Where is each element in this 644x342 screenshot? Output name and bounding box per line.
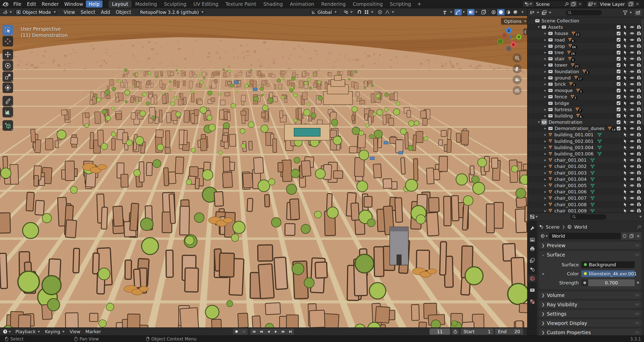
- hide-viewport-toggle[interactable]: [629, 107, 635, 112]
- viewport-canvas[interactable]: [0, 16, 527, 327]
- exclude-checkbox[interactable]: [615, 82, 622, 87]
- play-reverse-button[interactable]: [265, 329, 272, 335]
- selectable-toggle[interactable]: [622, 31, 629, 36]
- selectable-toggle[interactable]: [622, 202, 629, 207]
- drag-handle-icon[interactable]: [635, 303, 639, 306]
- outliner-row-chair-001-008[interactable]: ▶chair_001.008: [527, 201, 644, 207]
- properties-tab-texture[interactable]: [528, 297, 536, 306]
- color-input[interactable]: lilienstein_4k.exr.001: [581, 270, 635, 277]
- end-frame-field[interactable]: End 20: [495, 328, 523, 335]
- panel-header-preview[interactable]: ❯Preview: [539, 242, 641, 249]
- tab-uv-editing[interactable]: UV Editing: [190, 1, 222, 8]
- outliner-row-chair-001-002[interactable]: ▶chair_001.002: [527, 163, 644, 169]
- outliner-row-tree[interactable]: ▶tree26: [527, 49, 644, 56]
- viewport-3d[interactable]: ▼ Object Mode ▼ ViewSelectAddObject Reto…: [0, 8, 527, 327]
- record-button[interactable]: [233, 329, 240, 335]
- selectable-toggle[interactable]: [622, 158, 629, 162]
- menu-edit[interactable]: Edit: [24, 1, 39, 8]
- disclosure-right-icon[interactable]: ▶: [543, 197, 548, 199]
- outliner-row-chair-001-009[interactable]: ▶chair_001.009: [527, 208, 644, 212]
- scene-browse-button[interactable]: ▼: [523, 1, 533, 7]
- disclosure-right-icon[interactable]: ▶: [543, 32, 548, 35]
- world-name-field[interactable]: ▼ World: [539, 232, 621, 240]
- selectable-toggle[interactable]: [622, 69, 629, 74]
- selectable-toggle[interactable]: [622, 56, 629, 61]
- panel-header-custom-properties[interactable]: ❯Custom Properties: [539, 329, 641, 335]
- options-button[interactable]: Options ▼: [501, 18, 527, 25]
- hide-render-toggle[interactable]: [635, 170, 642, 175]
- exclude-checkbox[interactable]: [615, 63, 622, 67]
- hide-viewport-toggle[interactable]: [629, 183, 635, 188]
- disclosure-right-icon[interactable]: ▶: [543, 57, 548, 60]
- hide-viewport-toggle[interactable]: [629, 120, 635, 124]
- disclosure-right-icon[interactable]: ▶: [543, 146, 548, 149]
- selectable-toggle[interactable]: [622, 88, 629, 93]
- animate-decorator[interactable]: [637, 282, 639, 284]
- shading-wireframe-button[interactable]: [490, 9, 497, 15]
- editor-type-button[interactable]: [530, 10, 535, 15]
- disclosure-right-icon[interactable]: ▶: [543, 76, 548, 79]
- exclude-checkbox[interactable]: [615, 44, 622, 49]
- menu-window[interactable]: Window: [61, 1, 86, 8]
- hide-render-toggle[interactable]: [635, 145, 642, 150]
- fake-user-button[interactable]: [621, 232, 628, 240]
- exclude-checkbox[interactable]: [615, 37, 622, 42]
- hide-render-toggle[interactable]: [635, 101, 642, 106]
- hide-viewport-toggle[interactable]: [629, 88, 635, 93]
- xray-toggle[interactable]: [480, 9, 487, 15]
- hide-render-toggle[interactable]: [635, 31, 642, 36]
- disclosure-right-icon[interactable]: ▶: [543, 133, 548, 136]
- record-options-button[interactable]: [240, 329, 247, 335]
- hide-render-toggle[interactable]: [635, 132, 642, 137]
- outliner-row-demonstration-dunes[interactable]: ▶Demonstration_dunes14: [527, 125, 644, 132]
- editor-type-button[interactable]: [2, 9, 9, 15]
- pan-button[interactable]: [513, 64, 522, 73]
- tool-transform[interactable]: [3, 82, 13, 93]
- selectable-toggle[interactable]: [622, 132, 629, 137]
- proportional-falloff-button[interactable]: [384, 9, 391, 15]
- new-view-layer-button[interactable]: [628, 1, 634, 7]
- hide-render-toggle[interactable]: [635, 113, 642, 118]
- copy-datablock-button[interactable]: [628, 232, 635, 240]
- hide-render-toggle[interactable]: [635, 202, 642, 207]
- panel-viewport-display[interactable]: ❯Viewport Display: [539, 319, 641, 327]
- selectable-toggle[interactable]: [622, 164, 629, 169]
- drag-handle-icon[interactable]: [635, 331, 639, 334]
- hide-viewport-toggle[interactable]: [629, 164, 635, 169]
- display-mode-button[interactable]: [542, 10, 547, 15]
- panel-volume[interactable]: ❯Volume: [539, 291, 641, 299]
- panel-header-settings[interactable]: ❯Settings: [539, 310, 641, 317]
- hide-render-toggle[interactable]: [635, 88, 642, 93]
- breadcrumb-world[interactable]: World: [574, 224, 587, 230]
- outliner-row-chair-001-006[interactable]: ▶chair_001.006: [527, 189, 644, 195]
- hide-render-toggle[interactable]: [635, 107, 642, 112]
- properties-tab-view-layer[interactable]: [528, 256, 536, 264]
- outliner-row-building-002-001[interactable]: ▶building_002.001: [527, 138, 644, 144]
- view-layer-name[interactable]: View Layer: [597, 2, 628, 7]
- panel-settings[interactable]: ❯Settings: [539, 310, 641, 317]
- timeline-menu-keying[interactable]: Keying▼: [43, 329, 67, 334]
- hide-viewport-toggle[interactable]: [629, 31, 635, 36]
- selectable-toggle[interactable]: [622, 189, 629, 194]
- proportional-editing-toggle[interactable]: [376, 9, 384, 15]
- selectable-toggle[interactable]: [622, 208, 629, 212]
- tab-sculpting[interactable]: Sculpting: [161, 1, 190, 8]
- hide-viewport-toggle[interactable]: [629, 56, 635, 61]
- properties-tab-output[interactable]: [528, 245, 536, 253]
- hide-viewport-toggle[interactable]: [629, 132, 635, 137]
- selectable-toggle[interactable]: [622, 107, 629, 112]
- hide-render-toggle[interactable]: [635, 56, 642, 61]
- zoom-button[interactable]: [513, 54, 522, 63]
- selectable-toggle[interactable]: [622, 113, 629, 118]
- play-button[interactable]: [272, 329, 279, 335]
- selectable-toggle[interactable]: [622, 94, 629, 99]
- tab-animation[interactable]: Animation: [286, 1, 318, 8]
- hide-viewport-toggle[interactable]: [629, 202, 635, 207]
- hide-viewport-toggle[interactable]: [629, 158, 635, 162]
- previous-keyframe-button[interactable]: [258, 329, 265, 335]
- exclude-checkbox[interactable]: [615, 94, 622, 99]
- disclosure-right-icon[interactable]: ▶: [543, 203, 548, 206]
- new-scene-button[interactable]: [570, 1, 577, 7]
- hide-render-toggle[interactable]: [635, 69, 642, 74]
- chevron-down-icon[interactable]: ▼: [639, 215, 642, 218]
